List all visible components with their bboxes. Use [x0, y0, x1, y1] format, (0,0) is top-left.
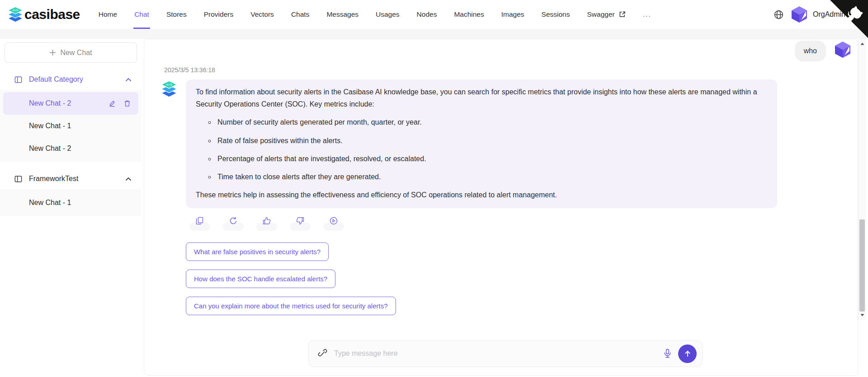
collapse-caret-icon[interactable] [125, 177, 132, 181]
chat-item-label: New Chat - 1 [29, 199, 134, 207]
language-globe-icon[interactable] [774, 9, 784, 20]
svg-text:</>: </> [13, 9, 18, 12]
brand-name: casibase [24, 7, 80, 22]
nav-machines[interactable]: Machines [445, 0, 492, 29]
category-frameworktest[interactable]: FrameworkTest [0, 168, 142, 189]
assistant-message-bubble: To find information about security alert… [186, 79, 777, 208]
copy-icon [195, 216, 204, 225]
regenerate-icon [229, 216, 238, 225]
chat-item-label: New Chat - 1 [29, 122, 134, 130]
category-default[interactable]: Default Category [0, 69, 142, 90]
chat-item[interactable]: New Chat - 2 [0, 137, 142, 160]
main-menu: Home Chat Stores Providers Vectors Chats… [90, 0, 660, 29]
nav-stores[interactable]: Stores [158, 0, 195, 29]
nav-chat[interactable]: Chat [126, 0, 158, 29]
casibase-logo[interactable]: </> casibase [6, 5, 80, 23]
category-panel-icon [14, 175, 23, 183]
regenerate-button[interactable] [223, 216, 244, 231]
user-avatar-cube-icon [834, 41, 852, 59]
suggested-questions: What are false positives in security ale… [186, 242, 396, 315]
suggestion-button[interactable]: How does the SOC handle escalated alerts… [186, 270, 335, 288]
suggestion-button[interactable]: Can you explain more about the metrics u… [186, 297, 396, 315]
assistant-outro: These metrics help in assessing the effe… [196, 189, 767, 201]
user-message-bubble: who [795, 41, 826, 61]
new-chat-label: New Chat [60, 49, 92, 57]
copy-button[interactable] [189, 216, 210, 231]
nav-images[interactable]: Images [493, 0, 533, 29]
chat-group-frameworktest: New Chat - 1 [0, 189, 142, 216]
thumbs-down-icon [296, 216, 305, 225]
microphone-icon[interactable] [663, 349, 672, 358]
dislike-button[interactable] [290, 216, 311, 231]
delete-chat-icon[interactable] [123, 99, 131, 107]
nav-sessions[interactable]: Sessions [533, 0, 579, 29]
chat-item-label: New Chat - 2 [29, 99, 108, 107]
chat-panel: who 2025/3/5 13:36:18 </> To find inform… [144, 39, 858, 376]
casibase-logo-icon: </> [6, 5, 24, 23]
scroll-down-arrow[interactable] [859, 311, 866, 319]
collapse-caret-icon[interactable] [125, 78, 132, 82]
chat-sidebar: New Chat Default Category New Chat - 2 [0, 39, 142, 377]
github-corner-octocat-icon[interactable] [830, 0, 868, 38]
chat-item[interactable]: New Chat - 1 [0, 115, 142, 137]
user-message-row: who [795, 41, 852, 61]
nav-home[interactable]: Home [90, 0, 126, 29]
chat-group-default: New Chat - 2 New Chat - 1 New Chat - 2 [0, 90, 142, 162]
nav-vectors[interactable]: Vectors [242, 0, 283, 29]
external-link-icon [619, 11, 626, 18]
play-circle-icon [329, 216, 338, 225]
arrow-up-icon [684, 349, 692, 358]
nav-usages[interactable]: Usages [367, 0, 408, 29]
assistant-intro: To find information about security alert… [196, 86, 767, 110]
chat-item[interactable]: New Chat - 1 [0, 191, 142, 214]
message-timestamp: 2025/3/5 13:36:18 [164, 66, 215, 74]
edit-chat-icon[interactable] [108, 99, 116, 107]
assistant-bullet-list: Number of security alerts generated per … [196, 116, 767, 183]
nav-messages[interactable]: Messages [318, 0, 367, 29]
read-aloud-button[interactable] [323, 216, 344, 231]
assistant-avatar-casibase-icon: </> [160, 79, 179, 98]
assistant-message-row: </> To find information about security a… [160, 79, 777, 208]
nav-chats[interactable]: Chats [283, 0, 318, 29]
nav-swagger[interactable]: Swagger [579, 0, 635, 29]
page-background-band [0, 29, 868, 39]
bullet-item: Time taken to close alerts after they ar… [216, 171, 767, 183]
suggestion-button[interactable]: What are false positives in security ale… [186, 242, 329, 261]
svg-text:</>: </> [166, 83, 172, 87]
attach-link-icon[interactable] [318, 349, 327, 358]
plus-icon [49, 49, 56, 56]
category-label: FrameworkTest [29, 175, 119, 183]
chat-scrollbar[interactable] [858, 39, 866, 320]
scroll-up-arrow[interactable] [859, 40, 866, 47]
top-navbar: </> casibase Home Chat Stores Providers … [0, 0, 868, 29]
category-label: Default Category [29, 75, 119, 84]
nav-nodes[interactable]: Nodes [408, 0, 446, 29]
bullet-item: Number of security alerts generated per … [216, 116, 767, 128]
message-input[interactable] [334, 349, 663, 358]
bullet-item: Rate of false positives within the alert… [216, 135, 767, 147]
nav-providers[interactable]: Providers [195, 0, 242, 29]
message-composer [308, 340, 703, 367]
category-panel-icon [14, 75, 23, 84]
chat-item-label: New Chat - 2 [29, 144, 134, 153]
like-button[interactable] [256, 216, 277, 231]
chat-item-selected[interactable]: New Chat - 2 [3, 92, 138, 115]
nav-more[interactable]: ... [634, 0, 660, 29]
bullet-item: Percentage of alerts that are investigat… [216, 153, 767, 165]
send-button[interactable] [678, 344, 697, 363]
nav-swagger-label: Swagger [587, 10, 615, 18]
scrollbar-thumb[interactable] [859, 219, 865, 312]
message-actions [189, 216, 344, 231]
thumbs-up-icon [262, 216, 271, 225]
new-chat-button[interactable]: New Chat [5, 42, 137, 63]
user-avatar-cube-icon [790, 5, 808, 23]
